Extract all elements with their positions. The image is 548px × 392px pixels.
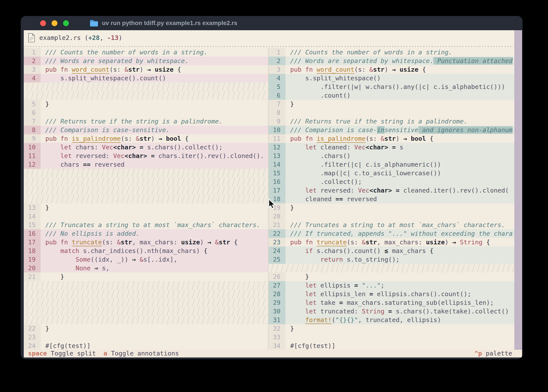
diff-line: 17 let reversed: Vec<char> = cleaned.ite… [269,186,514,195]
code-line: pub fn is_palindrome(s: &str) → bool { [285,134,514,143]
code-line [41,108,268,117]
line-number: 21 [24,273,41,281]
code-line: /// If truncated, appends "..." without … [285,229,514,238]
diff-line: 31 format!("{}{}", truncated, ellipsis) [269,315,514,324]
line-number: 14 [24,212,41,221]
diff-line: 22/// If truncated, appends "..." withou… [269,229,514,238]
code-line: #[cfg(test)] [41,342,268,350]
diff-line: 10/// Comparison is case-insensitive and… [269,126,514,134]
diff-line: 10 let chars: Vec<char> = s.chars().coll… [24,143,268,152]
code-line: let chars: Vec<char> = s.chars().collect… [41,143,268,152]
diff-line: 16 .collect(); [269,177,514,186]
line-number: 16 [269,177,285,186]
code-line: let ellipsis = "..."; [285,281,514,290]
minimize-window-button[interactable] [52,20,57,26]
line-number: 24 [269,246,285,255]
line-number: 32 [269,324,285,333]
code-line: pub fn truncate(s: &str, max_chars: usiz… [285,238,514,246]
code-line: } [285,100,514,108]
line-number: 34 [269,342,285,350]
code-line: /// Truncates a string to at most `max_c… [285,221,514,229]
app-content: example2.rs (+28, -13) 1/// Counts the n… [24,30,522,357]
diff-line: 8/// Comparison is case-sensitive. [24,126,268,134]
code-line: #[cfg(test)] [285,342,514,350]
hatch-filler [24,186,268,195]
diff-line: 3pub fn word_count(s: &str) → usize { [269,65,514,74]
hatch-filler [24,91,268,100]
diff-line: 22} [24,324,268,333]
line-number: 22 [269,229,285,238]
code-line: pub fn is_palindrome(s: &str) → bool { [41,134,268,143]
code-line: .count() [285,91,514,100]
line-number: 12 [24,160,41,169]
code-line: match s.char_indices().nth(max_chars) { [41,246,268,255]
diff-line: 24 if s.chars().count() ≤ max_chars { [269,246,514,255]
code-line: .map(|c| c.to_ascii_lowercase()) [285,169,514,177]
desktop: { "window": { "title": "uv run python td… [0,0,548,392]
line-number: 14 [269,160,285,169]
line-number: 5 [24,100,41,108]
scrollbar[interactable] [514,30,522,350]
line-number: 5 [269,83,285,91]
code-line: if s.chars().count() ≤ max_chars { [285,246,514,255]
zoom-window-button[interactable] [63,20,69,26]
line-number: 15 [269,169,285,177]
folder-icon [89,19,98,28]
line-number: 4 [269,74,285,83]
terminal-window: uv run python tdiff.py example1.rs examp… [21,16,522,359]
line-number: 7 [269,100,285,108]
diff-line: 34#[cfg(test)] [269,342,514,350]
code-line: pub fn word_count(s: &str) → usize { [285,65,514,74]
line-number: 31 [269,315,285,324]
diff-line: 18 match s.char_indices().nth(max_chars)… [24,246,268,255]
line-number: 18 [24,246,41,255]
window-title: uv run python tdiff.py example1.rs examp… [102,20,237,27]
code-line: None ⇒ s, [41,264,268,273]
code-line: chars == reversed [41,160,268,169]
hatch-filler [24,177,268,186]
code-line: Some((idx, _)) ⇒ &s[..idx], [41,255,268,264]
code-line: .collect(); [285,177,514,186]
diff-line: 8 [269,108,514,117]
line-number: 20 [24,264,41,273]
code-line: let reversed: Vec<char> = chars.iter().r… [41,152,268,160]
code-line [41,333,268,342]
code-line: /// Words are separated by whitespace. P… [285,56,514,65]
code-line: s.split_whitespace().count() [41,74,268,83]
code-line [285,333,514,342]
diff-pane-old: 1/// Counts the number of words in a str… [24,48,268,350]
diff-line: 2/// Words are separated by whitespace. [24,56,268,65]
diff-line: 12 chars == reversed [24,160,268,169]
diff-line: 30 let truncated: String = s.chars().tak… [269,307,514,315]
diff-line: 6 [24,108,268,117]
code-line: } [41,203,268,212]
line-number: 23 [24,333,41,342]
diff-line: 7/// Returns true if the string is a pal… [24,117,268,126]
line-number: 12 [269,143,285,152]
code-line: } [285,203,514,212]
line-number: 10 [24,143,41,152]
line-number: 19 [24,255,41,264]
diff-line: 15/// Truncates a string to at most `max… [24,221,268,229]
code-line: /// Counts the number of words in a stri… [41,48,268,56]
diff-pane-new: 1/// Counts the number of words in a str… [269,48,514,350]
hatch-filler [269,264,514,273]
diff-line: 28 let ellipsis_len = ellipsis.chars().c… [269,290,514,298]
diff-line: 3pub fn word_count(s: &str) → usize { [24,65,268,74]
close-window-button[interactable] [40,20,46,26]
code-line: let take = max_chars.saturating_sub(elli… [285,298,514,307]
line-number: 28 [269,290,285,298]
diff-line: 33 [269,333,514,342]
code-line: pub fn word_count(s: &str) → usize { [41,65,268,74]
file-name: example2.rs [39,34,81,42]
hatch-filler [24,169,268,177]
code-line: } [41,100,268,108]
code-line: } [41,273,268,281]
diff-line: 20 [269,212,514,221]
line-number: 23 [269,238,285,246]
line-number: 9 [24,134,41,143]
diff-line: 32} [269,324,514,333]
code-line [285,212,514,221]
diff-line: 13 .chars() [269,152,514,160]
line-number: 2 [24,56,41,65]
